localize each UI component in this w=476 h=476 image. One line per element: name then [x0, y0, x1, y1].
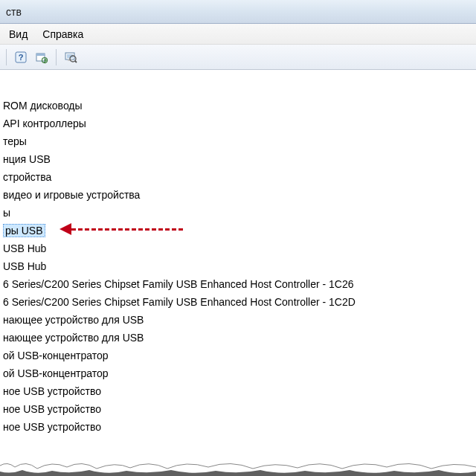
tree-item[interactable]: API контроллеры — [0, 115, 476, 132]
tree-item[interactable]: ой USB-концентратор — [0, 364, 476, 382]
menu-view[interactable]: Вид — [1, 25, 35, 43]
svg-rect-3 — [36, 54, 45, 56]
window-titlebar: ств — [0, 0, 476, 24]
svg-line-10 — [75, 60, 77, 62]
annotation-arrow — [60, 223, 183, 235]
svg-text:?: ? — [19, 53, 24, 62]
arrow-body — [71, 228, 183, 231]
help-icon[interactable]: ? — [11, 48, 30, 67]
tree-item[interactable]: видео и игровые устройства — [0, 186, 476, 204]
arrow-left-icon — [60, 223, 71, 235]
properties-icon[interactable] — [32, 48, 51, 67]
scan-icon[interactable] — [61, 48, 80, 67]
tree-item[interactable]: нающее устройство для USB — [0, 311, 476, 329]
tree-item[interactable]: ой USB-концентратор — [0, 347, 476, 364]
torn-edge — [0, 458, 476, 476]
toolbar-separator — [6, 49, 7, 65]
tree-item[interactable]: теры — [0, 132, 476, 150]
tree-item[interactable]: нция USB — [0, 150, 476, 168]
tree-item[interactable]: нающее устройство для USB — [0, 329, 476, 347]
tree-item[interactable]: ы — [0, 204, 476, 222]
tree-item[interactable]: стройства — [0, 168, 476, 186]
tree-item[interactable]: USB Hub — [0, 257, 476, 275]
toolbar-separator — [56, 49, 57, 65]
device-tree[interactable]: ROM дисководы API контроллеры теры нция … — [0, 70, 476, 436]
menubar: Вид Справка — [0, 24, 476, 45]
menu-help[interactable]: Справка — [35, 25, 91, 43]
tree-item[interactable]: ное USB устройство — [0, 400, 476, 418]
tree-item[interactable]: 6 Series/C200 Series Chipset Family USB … — [0, 275, 476, 293]
tree-item[interactable]: ROM дисководы — [0, 97, 476, 115]
tree-item[interactable]: USB Hub — [0, 239, 476, 257]
window-title: ств — [6, 6, 22, 18]
tree-item[interactable]: ное USB устройство — [0, 418, 476, 436]
toolbar: ? — [0, 45, 476, 70]
tree-item[interactable]: 6 Series/C200 Series Chipset Family USB … — [0, 293, 476, 311]
tree-item[interactable]: ное USB устройство — [0, 382, 476, 400]
